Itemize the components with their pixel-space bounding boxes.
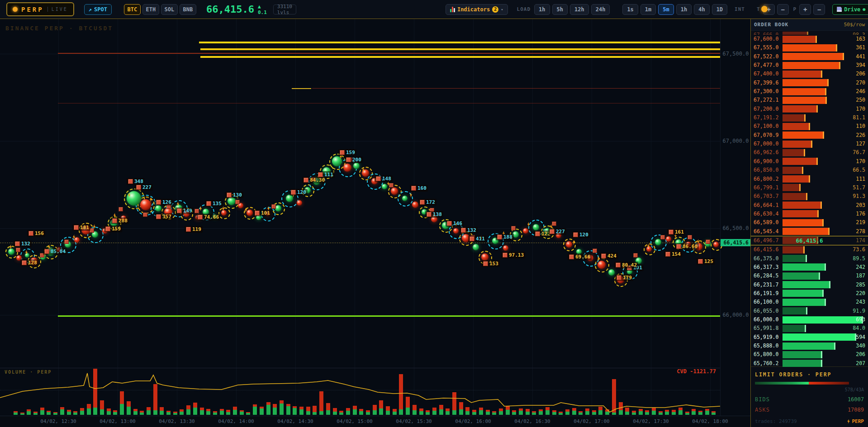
liquidation-marker-icon — [698, 259, 703, 264]
order-book-row[interactable]: 65,800.0206 — [751, 350, 868, 359]
load-1h-button[interactable]: 1h — [534, 4, 550, 15]
order-book-row[interactable]: 67,100.0110 — [751, 122, 868, 131]
perp-logo-button[interactable]: PERP LIVE — [6, 2, 74, 16]
p-minus-button[interactable]: − — [813, 4, 825, 15]
trade-size-tag: 132 — [460, 227, 478, 234]
order-book-row[interactable]: 66,100.0243 — [751, 298, 868, 306]
spot-button[interactable]: ↗ SPOT — [84, 4, 112, 15]
trade-size-tag: 149 — [175, 207, 194, 214]
price-axis-label: 66,500.0 — [721, 225, 751, 231]
tf-1m-button[interactable]: 1m — [640, 4, 656, 15]
time-axis[interactable]: 04/02, 12:3004/02, 13:0004/02, 13:3004/0… — [0, 416, 751, 427]
drive-button[interactable]: Drive ● — [832, 4, 868, 15]
order-book-row[interactable]: 65,919.0594 — [751, 333, 868, 342]
order-book-row[interactable]: 67,200.0170 — [751, 105, 868, 113]
trade-size-tag: 138 — [425, 211, 443, 218]
tf-1d-button[interactable]: 1D — [712, 4, 727, 15]
tab-bnb[interactable]: BNB — [180, 4, 196, 15]
order-book-row[interactable]: 66,415.673.6 — [751, 245, 868, 254]
level-size: 246 — [856, 88, 865, 94]
trade-bubble — [382, 184, 387, 189]
bids-count: 16007 — [848, 396, 864, 403]
p-plus-button[interactable]: + — [799, 4, 811, 15]
order-book-row[interactable]: 66,630.4176 — [751, 210, 868, 218]
order-book-row[interactable]: 66,231.7285 — [751, 281, 868, 289]
order-book-row[interactable]: 66,799.151.7 — [751, 183, 868, 192]
trade-size-tag: 97.13 — [501, 252, 525, 258]
order-book-row[interactable]: 67,300.0246 — [751, 87, 868, 96]
order-book-row[interactable]: 67,600.0163 — [751, 35, 868, 43]
order-book-row[interactable]: 66,962.676.7 — [751, 148, 868, 157]
indicators-label: Indicators — [457, 6, 490, 13]
depth-bar — [783, 53, 844, 60]
order-book-row[interactable]: 67,000.0127 — [751, 140, 868, 148]
price-axis[interactable]: 67,500.067,000.066,500.066,000.066,415.6 — [720, 19, 751, 416]
t-minus-button[interactable]: − — [777, 4, 789, 15]
tf-5m-button[interactable]: 5m — [658, 4, 674, 15]
order-book-row[interactable]: 65,991.884.0 — [751, 324, 868, 333]
trade-bubble — [503, 245, 508, 251]
order-book-row[interactable]: 66,000.0693 — [751, 315, 868, 324]
tab-btc[interactable]: BTC — [124, 4, 141, 15]
level-size: 340 — [856, 343, 865, 349]
order-book-row[interactable]: 65,888.0340 — [751, 342, 868, 350]
order-book-row[interactable]: 67,399.6270 — [751, 79, 868, 87]
order-book-row[interactable]: 66,375.089.5 — [751, 254, 868, 263]
order-book-row[interactable]: 66,850.066.5 — [751, 166, 868, 174]
order-book-row[interactable]: 66,317.3242 — [751, 263, 868, 272]
volume-bar-sell — [652, 408, 656, 411]
trade-bubble — [523, 228, 528, 234]
order-book-row[interactable]: 66,191.9220 — [751, 289, 868, 298]
volume-bar-sell — [260, 407, 264, 408]
volume-bar-sell — [147, 407, 151, 410]
volume-bar-buy — [692, 411, 696, 415]
order-book-row[interactable]: 66,055.091.9 — [751, 307, 868, 315]
order-book-row[interactable]: 66,800.2111 — [751, 175, 868, 183]
volume-bar-buy — [246, 413, 250, 415]
tab-eth[interactable]: ETH — [142, 4, 159, 15]
tf-1s-button[interactable]: 1s — [622, 4, 638, 15]
tf-1h-button[interactable]: 1h — [676, 4, 692, 15]
order-book-row[interactable]: 67,191.281.1 — [751, 113, 868, 122]
order-book-row[interactable]: 66,284.5187 — [751, 272, 868, 280]
order-book-row[interactable]: 67,070.9226 — [751, 131, 868, 140]
trade-size-tag: 159 — [338, 149, 356, 156]
volume-bar-buy — [240, 412, 244, 415]
volume-bar-buy — [266, 405, 270, 415]
order-book-row[interactable]: 66,703.791.3 — [751, 192, 868, 201]
liquidation-marker-icon — [535, 231, 540, 236]
order-book-row[interactable]: 66,545.4278 — [751, 227, 868, 236]
volume-bar-buy — [592, 412, 596, 415]
order-book-row[interactable]: 67,666.098.3 — [751, 31, 868, 35]
volume-bar-sell — [598, 407, 602, 410]
trade-size-tag: 411 — [468, 235, 486, 242]
order-book-row[interactable]: 66,664.1203 — [751, 201, 868, 210]
volume-bar-buy — [705, 411, 709, 415]
tf-4h-button[interactable]: 4h — [694, 4, 709, 15]
order-book-row[interactable]: 67,272.1250 — [751, 96, 868, 104]
volume-bar-sell — [319, 391, 323, 411]
slider-knob[interactable] — [761, 6, 768, 12]
volume-bar-buy — [293, 408, 297, 415]
order-book-row[interactable]: 66,589.0219 — [751, 218, 868, 227]
order-book-row[interactable]: 66,496.717466,415.6 — [751, 236, 868, 245]
order-book-row[interactable]: 67,522.0441 — [751, 52, 868, 61]
order-book-row[interactable]: 67,400.0206 — [751, 70, 868, 78]
load-24h-button[interactable]: 24h — [591, 4, 610, 15]
order-book-row[interactable]: 67,477.0394 — [751, 61, 868, 70]
tab-sol[interactable]: SOL — [161, 4, 178, 15]
volume-bar-sell — [220, 409, 224, 411]
arrow-up-right-icon: ↗ — [89, 6, 92, 13]
load-12h-button[interactable]: 12h — [570, 4, 589, 15]
indicators-button[interactable]: Indicators 2 ▾ — [446, 4, 508, 15]
order-book-row[interactable]: 67,555.0361 — [751, 43, 868, 52]
load-5h-button[interactable]: 5h — [552, 4, 568, 15]
time-axis-label: 04/02, 15:30 — [396, 418, 432, 424]
trade-bubble — [391, 188, 398, 195]
volume-bar-buy — [565, 412, 569, 415]
order-book-row[interactable]: 66,900.0170 — [751, 157, 868, 166]
volume-bar-sell — [452, 392, 456, 410]
depth-bar — [783, 263, 826, 271]
depth-bar — [783, 343, 835, 350]
trades-count: trades: 249739 — [755, 418, 797, 424]
